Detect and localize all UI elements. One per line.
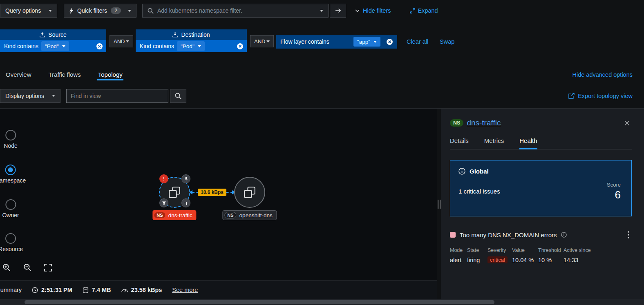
find-search-button[interactable] (170, 89, 186, 103)
quick-filters-dropdown[interactable]: Quick filters 2 (64, 4, 136, 18)
fit-view-button[interactable] (44, 264, 52, 272)
fit-screen-icon (44, 264, 52, 272)
hide-filters-link[interactable]: Hide filters (355, 7, 391, 14)
remove-source-filter-button[interactable] (96, 43, 103, 50)
remove-flow-layer-filter-button[interactable] (386, 38, 393, 45)
scope-radio-resource[interactable] (5, 233, 16, 244)
average-rate: 23.58 kBps (121, 287, 162, 293)
node-alert-badge[interactable] (159, 174, 168, 183)
expand-icon (410, 8, 415, 13)
query-options-label: Query options (5, 7, 41, 14)
scope-radio-owner[interactable] (5, 199, 16, 210)
time-value: 2:51:31 PM (41, 287, 72, 293)
hide-advanced-options-link[interactable]: Hide advanced options (572, 71, 633, 83)
flow-layer-value-chip[interactable]: "app" (353, 37, 380, 47)
panel-close-button[interactable] (624, 120, 630, 126)
node-collapse-badge[interactable] (181, 198, 190, 207)
scope-label: Namespace (0, 177, 26, 184)
and-operator-dropdown[interactable]: AND (110, 35, 133, 47)
tab-metrics[interactable]: Metrics (484, 137, 504, 149)
node-label-text: dns-traffic (168, 212, 192, 218)
zoom-out-button[interactable] (23, 263, 31, 272)
col-header: State (467, 247, 484, 253)
quick-filters-count-badge: 2 (111, 7, 121, 14)
remove-destination-filter-button[interactable] (237, 43, 244, 50)
node-label-openshift-dns[interactable]: NS openshift-dns (222, 210, 277, 220)
col-header: Active since (564, 247, 632, 253)
clear-all-filters-link[interactable]: Clear all (407, 38, 428, 45)
destination-field-label: Kind contains (136, 43, 174, 49)
and-operator-dropdown[interactable]: AND (250, 35, 274, 47)
topology-canvas[interactable]: Node Namespace Owner Resource (0, 109, 437, 299)
bytes-icon (83, 287, 89, 293)
download-icon (172, 32, 178, 38)
scrollbar-thumb[interactable] (25, 300, 494, 304)
tab-topology[interactable]: Topology (97, 71, 123, 83)
display-options-dropdown[interactable]: Display options (0, 89, 60, 103)
topology-toolbar: Display options Export topology view (0, 83, 644, 108)
filter-icon (162, 201, 166, 205)
arrow-right-icon (335, 8, 341, 13)
destination-value-chip[interactable]: "Pod" (177, 41, 205, 51)
query-options-dropdown[interactable]: Query options (0, 4, 57, 18)
mode-cell: alert (450, 257, 464, 263)
view-tabs: Overview Traffic flows Topology Hide adv… (0, 60, 644, 83)
source-value-chip[interactable]: "Pod" (41, 41, 69, 51)
edge-traffic-label[interactable]: 10.6 kBps (198, 189, 226, 196)
bytes-value: 7.4 MB (92, 287, 111, 293)
scope-radio-node[interactable] (5, 130, 16, 140)
node-label-dns-traffic[interactable]: NS dns-traffic (152, 210, 196, 220)
namespace-filter-searchbox[interactable] (142, 4, 329, 18)
panel-header: NS dns-traffic (450, 118, 632, 127)
panel-resize-divider[interactable] (437, 109, 441, 299)
topology-node-openshift-dns[interactable] (234, 177, 265, 208)
export-topology-link[interactable]: Export topology view (568, 93, 633, 99)
active-filters-bar: Source Kind contains "Pod" AND (0, 21, 644, 60)
destination-value: "Pod" (181, 43, 195, 49)
caret-down-icon (373, 41, 377, 43)
tab-details[interactable]: Details (450, 137, 469, 149)
circle-close-icon (96, 43, 103, 50)
kebab-icon (628, 231, 629, 238)
threshold-cell: 10 % (538, 257, 560, 263)
node-filter-badge[interactable] (159, 198, 168, 207)
expand-link[interactable]: Expand (410, 7, 438, 14)
zoom-in-icon (2, 263, 11, 272)
upload-icon (40, 32, 45, 38)
last-refresh-time: 2:51:31 PM (32, 287, 72, 293)
source-filter-title: Source (48, 31, 66, 38)
alert-kebab-button[interactable] (626, 230, 631, 239)
state-cell: firing (467, 257, 484, 263)
bolt-icon (69, 8, 74, 14)
source-filter-group: Source Kind contains "Pod" (0, 29, 106, 52)
tab-health[interactable]: Health (519, 137, 537, 149)
caret-down-icon (52, 95, 55, 97)
and-operator-label: AND (114, 38, 125, 45)
swap-filters-link[interactable]: Swap (440, 38, 454, 45)
col-header: Mode (450, 247, 464, 253)
export-icon (568, 93, 575, 99)
info-icon (458, 168, 465, 175)
source-field-label: Kind contains (0, 43, 38, 49)
and-operator-label: AND (254, 38, 265, 45)
namespace-glyph-icon (168, 186, 181, 198)
node-pin-badge[interactable] (181, 174, 190, 183)
drag-handle[interactable] (438, 200, 441, 209)
see-more-link[interactable]: See more (172, 287, 198, 293)
zoom-in-button[interactable] (2, 263, 11, 272)
tab-traffic-flows[interactable]: Traffic flows (48, 71, 82, 83)
zoom-out-icon (23, 263, 31, 272)
find-in-view-input[interactable] (66, 89, 168, 103)
summary-label: Summary (0, 287, 22, 293)
horizontal-scrollbar[interactable] (0, 299, 644, 305)
caret-down-icon (128, 10, 131, 12)
search-icon (175, 93, 181, 99)
scope-radio-namespace[interactable] (5, 165, 16, 175)
score-card-title: Global (470, 168, 489, 175)
panel-tabs: Details Metrics Health (450, 137, 632, 149)
alert-row: Too many DNS NX_DOMAIN errors (450, 230, 632, 239)
panel-title-link[interactable]: dns-traffic (467, 118, 501, 127)
namespace-filter-input[interactable] (157, 7, 316, 14)
tab-overview[interactable]: Overview (5, 71, 32, 83)
apply-filter-button[interactable] (330, 4, 346, 18)
